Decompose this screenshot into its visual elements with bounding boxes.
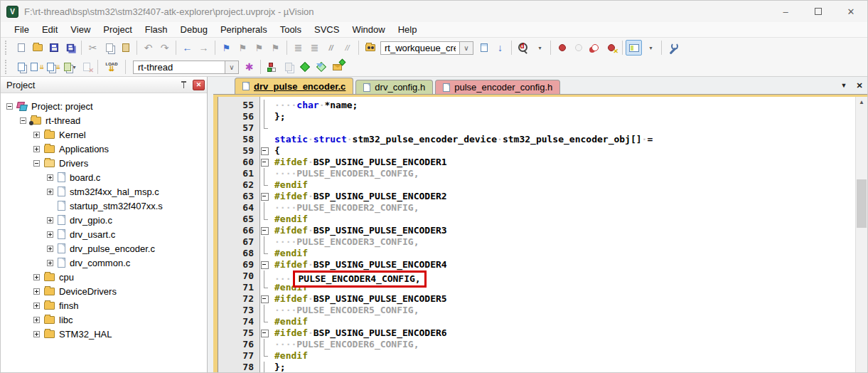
menu-debug[interactable]: Debug [174,22,214,38]
tab-pulse_encoder_config.h[interactable]: pulse_encoder_config.h [435,80,560,94]
menu-file[interactable]: File [8,22,36,38]
tree-item[interactable]: board.c [1,170,207,184]
kill-all-breakpoints-button[interactable]: ✕ [603,40,619,56]
indent-button[interactable]: ≣ [306,40,323,56]
tab-drv_pulse_encoder.c[interactable]: drv_pulse_encoder.c [235,78,353,94]
insert-bookmark-button[interactable]: ⚑ [218,40,235,56]
code-editor[interactable]: 55····char·*name;56};5758static·struct·s… [218,97,855,373]
manage-run-time-environment-button[interactable] [296,59,313,75]
tree-item[interactable]: drv_pulse_encoder.c [1,241,207,256]
tree-item[interactable]: STM32_HAL [1,327,207,341]
tab-list-dropdown-button[interactable]: ▼ [836,78,852,93]
configure-uvision-button[interactable] [665,40,681,56]
navigate-forward-button[interactable]: → [195,40,212,56]
fold-collapse-icon[interactable] [259,259,270,270]
tree-item[interactable]: startup_stm32f407xx.s [1,199,207,213]
next-bookmark-button[interactable]: ⚑ [251,40,267,56]
scroll-up-icon[interactable]: ▲ [856,99,867,105]
menu-window[interactable]: Window [345,22,391,38]
expand-icon[interactable] [33,274,40,280]
close-document-button[interactable]: ✕ [852,78,867,93]
tree-item[interactable]: rt-thread [1,113,207,127]
tree-item[interactable]: drv_common.c [1,256,207,270]
views-dropdown-button[interactable]: ▾ [642,40,658,56]
menu-project[interactable]: Project [97,22,138,38]
build-button[interactable]: ⇊ [29,59,45,75]
toolbar-grip[interactable] [5,60,9,74]
expand-icon[interactable] [47,231,53,238]
debug-dropdown-button[interactable]: ▾ [531,40,547,56]
batch-build-button[interactable]: ▾ [62,59,78,75]
collapse-icon[interactable] [33,160,40,167]
expand-icon[interactable] [47,189,53,195]
comment-button[interactable]: // [323,40,339,56]
fold-collapse-icon[interactable] [259,145,270,157]
redo-button[interactable]: ↷ [156,40,173,56]
expand-icon[interactable] [33,288,40,295]
find-dropdown-button[interactable]: ∨ [460,41,473,55]
fold-collapse-icon[interactable] [259,191,270,202]
minimize-button[interactable]: – [769,1,802,22]
search-input[interactable] [380,41,460,55]
copy-button[interactable] [101,40,117,56]
pack-installer-button[interactable] [329,59,345,75]
open-file-button[interactable] [29,40,45,56]
stop-build-button[interactable]: ✕ [78,59,95,75]
toggle-breakpoint-button[interactable] [554,40,570,56]
download-button[interactable]: LOAD ⇊ [101,59,122,75]
options-for-target-button[interactable]: ✱ [241,59,257,75]
fold-collapse-icon[interactable] [259,327,270,339]
start-stop-debug-button[interactable]: d [515,40,531,56]
navigate-back-button[interactable]: ← [179,40,195,56]
clear-bookmarks-button[interactable]: ⚑ [267,40,284,56]
select-software-packs-button[interactable] [313,59,329,75]
expand-icon[interactable] [47,174,53,181]
fold-collapse-icon[interactable] [259,293,270,305]
outdent-button[interactable]: ≣ [290,40,306,56]
previous-bookmark-button[interactable]: ⚑ [235,40,251,56]
save-button[interactable] [45,40,62,56]
manage-project-items-button[interactable] [264,59,280,75]
tree-item[interactable]: libc [1,312,207,327]
maximize-button[interactable] [802,1,835,22]
menu-help[interactable]: Help [392,22,424,38]
expand-icon[interactable] [33,331,40,337]
tree-item[interactable]: stm32f4xx_hal_msp.c [1,184,207,199]
menu-edit[interactable]: Edit [36,22,64,38]
vertical-scrollbar[interactable]: ▲ [855,97,867,373]
cut-button[interactable]: ✂ [85,40,101,56]
tree-item[interactable]: Applications [1,142,207,156]
collapse-icon[interactable] [20,117,26,124]
pin-icon[interactable] [180,80,188,89]
tree-item[interactable]: drv_usart.c [1,227,207,241]
menu-svcs[interactable]: SVCS [308,22,345,38]
tree-item[interactable]: DeviceDrivers [1,284,207,298]
scrollbar-thumb[interactable] [857,179,867,228]
enable-disable-breakpoint-button[interactable] [570,40,586,56]
expand-icon[interactable] [47,246,53,252]
menu-tools[interactable]: Tools [274,22,308,38]
translate-file-button[interactable] [13,59,29,75]
expand-icon[interactable] [33,317,40,323]
expand-icon[interactable] [33,146,40,152]
expand-icon[interactable] [33,303,40,309]
find-in-files-2-button[interactable] [476,40,492,56]
uncomment-button[interactable]: // [339,40,355,56]
collapse-icon[interactable] [6,103,13,110]
undo-button[interactable]: ↶ [140,40,156,56]
new-file-button[interactable] [13,40,29,56]
tree-item[interactable]: cpu [1,270,207,284]
tree-item[interactable]: Kernel [1,127,207,142]
menu-view[interactable]: View [64,22,97,38]
expand-icon[interactable] [33,132,40,138]
rebuild-all-button[interactable]: ⇊ [45,59,62,75]
fold-collapse-icon[interactable] [259,157,270,168]
tree-item[interactable]: Project: project [1,99,207,113]
tab-drv_config.h[interactable]: drv_config.h [355,80,433,94]
tree-item[interactable]: drv_gpio.c [1,213,207,227]
window-views-button[interactable] [626,40,642,56]
disable-all-breakpoints-button[interactable] [586,40,603,56]
close-button[interactable]: ✕ [835,1,867,22]
expand-icon[interactable] [47,217,53,224]
tree-item[interactable]: Drivers [1,156,207,170]
